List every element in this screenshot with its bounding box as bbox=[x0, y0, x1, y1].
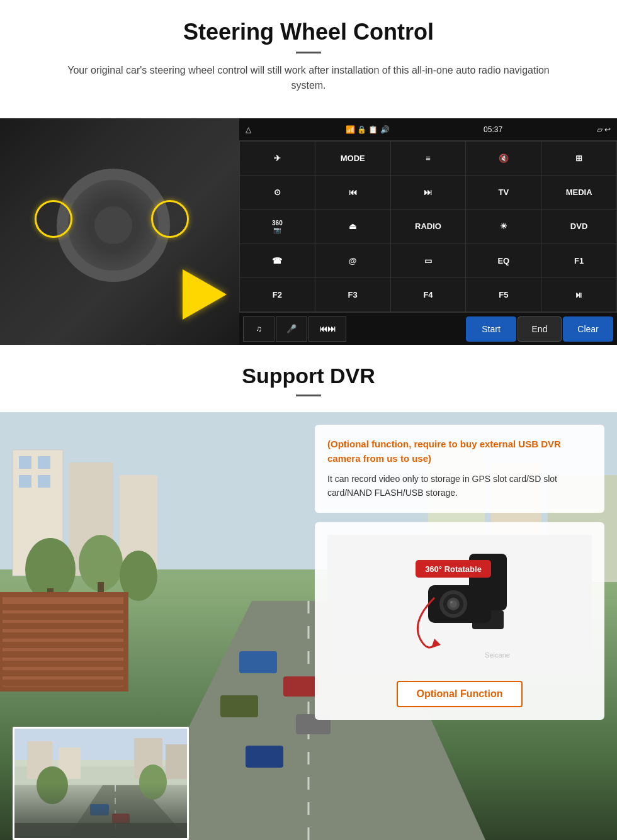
divider-steering bbox=[296, 52, 321, 53]
svg-marker-45 bbox=[65, 785, 189, 840]
sw-arrow-indicator bbox=[183, 269, 227, 320]
radio-btn-next[interactable]: ⏭ bbox=[391, 176, 466, 209]
steering-title: Steering Wheel Control bbox=[25, 19, 592, 45]
svg-text:360° Rotatable: 360° Rotatable bbox=[425, 564, 482, 574]
optional-function-button[interactable]: Optional Function bbox=[397, 681, 523, 707]
start-button[interactable]: Start bbox=[466, 316, 516, 342]
radio-btn-radio[interactable]: RADIO bbox=[391, 210, 466, 243]
dvr-overlay-left bbox=[0, 412, 308, 840]
radio-btn-tv[interactable]: TV bbox=[466, 176, 541, 209]
sw-right-controls-highlight bbox=[151, 200, 189, 238]
radio-btn-settings[interactable]: ⊙ bbox=[240, 176, 315, 209]
svg-text:Seicane: Seicane bbox=[485, 651, 510, 659]
radio-btn-grid[interactable]: ⊞ bbox=[541, 142, 616, 175]
dvr-optional-text: (Optional function, require to buy exter… bbox=[327, 437, 592, 466]
svg-marker-62 bbox=[431, 639, 441, 648]
radio-btn-screen[interactable]: ▭ bbox=[391, 244, 466, 277]
topbar-status-icons: 📶 🔒 📋 🔊 bbox=[346, 125, 390, 134]
topbar-home-icon: △ bbox=[246, 125, 251, 134]
end-button[interactable]: End bbox=[518, 316, 562, 342]
svg-rect-47 bbox=[90, 804, 109, 815]
clear-button[interactable]: Clear bbox=[563, 316, 613, 342]
radio-btn-playpause[interactable]: ⏯ bbox=[541, 278, 616, 311]
radio-btn-mode[interactable]: MODE bbox=[315, 142, 390, 175]
steering-main-panel: △ 📶 🔒 📋 🔊 05:37 ▱ ↩ ✈ MODE ≡ 🔇 ⊞ ⊙ ⏮ ⏭ T… bbox=[0, 118, 617, 345]
radio-btn-skip[interactable]: ⏮⏭ bbox=[308, 316, 346, 342]
radio-btn-f2[interactable]: F2 bbox=[240, 278, 315, 311]
radio-btn-media[interactable]: MEDIA bbox=[541, 176, 616, 209]
divider-dvr bbox=[296, 395, 321, 396]
radio-btn-nav[interactable]: ✈ bbox=[240, 142, 315, 175]
radio-btn-mute[interactable]: 🔇 bbox=[466, 142, 541, 175]
steering-section: Steering Wheel Control Your original car… bbox=[0, 0, 617, 118]
radio-btn-music[interactable]: ♫ bbox=[243, 316, 275, 342]
svg-rect-49 bbox=[14, 823, 189, 840]
dvr-section-header: Support DVR bbox=[0, 345, 617, 412]
topbar-time: 05:37 bbox=[484, 125, 502, 134]
radio-btn-eq[interactable]: EQ bbox=[466, 244, 541, 277]
dvr-description: It can record video only to storage in G… bbox=[327, 472, 592, 500]
radio-btn-f5[interactable]: F5 bbox=[466, 278, 541, 311]
radio-btn-internet[interactable]: @ bbox=[315, 244, 390, 277]
radio-topbar: △ 📶 🔒 📋 🔊 05:37 ▱ ↩ bbox=[239, 118, 617, 141]
radio-btn-eject[interactable]: ⏏ bbox=[315, 210, 390, 243]
svg-rect-48 bbox=[112, 814, 130, 824]
radio-btn-menu[interactable]: ≡ bbox=[391, 142, 466, 175]
dvr-inset-photo bbox=[13, 727, 189, 840]
steering-photo bbox=[0, 118, 239, 345]
dvr-inset-svg bbox=[14, 729, 189, 840]
radio-btn-brightness[interactable]: ☀ bbox=[466, 210, 541, 243]
radio-btn-phone[interactable]: ☎ bbox=[240, 244, 315, 277]
dvr-title: Support DVR bbox=[25, 364, 592, 388]
svg-rect-44 bbox=[166, 744, 189, 779]
dvr-info-box: (Optional function, require to buy exter… bbox=[315, 425, 604, 513]
radio-btn-f4[interactable]: F4 bbox=[391, 278, 466, 311]
radio-ui-panel: △ 📶 🔒 📋 🔊 05:37 ▱ ↩ ✈ MODE ≡ 🔇 ⊞ ⊙ ⏮ ⏭ T… bbox=[239, 118, 617, 345]
svg-point-50 bbox=[37, 766, 68, 804]
radio-button-grid: ✈ MODE ≡ 🔇 ⊞ ⊙ ⏮ ⏭ TV MEDIA 360📷 ⏏ RADIO… bbox=[239, 141, 617, 312]
radio-btn-f1[interactable]: F1 bbox=[541, 244, 616, 277]
radio-btn-dvd[interactable]: DVD bbox=[541, 210, 616, 243]
radio-btn-prev[interactable]: ⏮ bbox=[315, 176, 390, 209]
steering-description: Your original car's steering wheel contr… bbox=[57, 63, 560, 93]
dvr-camera-illustration: 360° Rotatable Seicane bbox=[327, 535, 592, 673]
radio-btn-360[interactable]: 360📷 bbox=[240, 210, 315, 243]
dvr-camera-svg: 360° Rotatable Seicane bbox=[371, 541, 548, 667]
dvr-camera-box: 360° Rotatable Seicane Optional Function bbox=[315, 522, 604, 720]
topbar-window-icon: ▱ ↩ bbox=[597, 125, 611, 134]
dvr-main-panel: (Optional function, require to buy exter… bbox=[0, 412, 617, 840]
sw-left-controls-highlight bbox=[35, 200, 72, 238]
radio-btn-mic[interactable]: 🎤 bbox=[276, 316, 307, 342]
svg-point-59 bbox=[450, 601, 453, 603]
radio-btn-f3[interactable]: F3 bbox=[315, 278, 390, 311]
svg-point-51 bbox=[139, 764, 167, 800]
radio-bottom-row: ♫ 🎤 ⏮⏭ Start End Clear bbox=[239, 312, 617, 345]
dvr-overlay-right: (Optional function, require to buy exter… bbox=[308, 412, 617, 840]
